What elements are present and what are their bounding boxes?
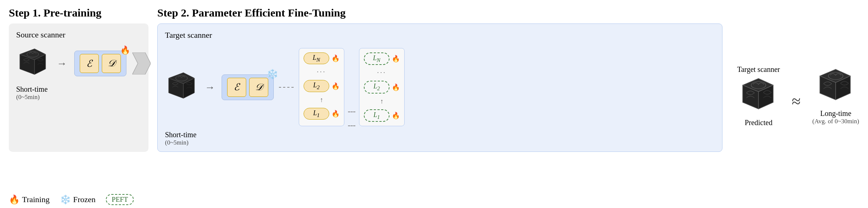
approx-sign: ≈ xyxy=(792,92,800,111)
right-scanner-label: Target scanner xyxy=(737,65,780,74)
step2-snowflake-icon: ❄️ xyxy=(266,69,278,80)
fire-L1-col2: 🔥 xyxy=(392,112,400,120)
longtime-brain-cube xyxy=(815,67,856,107)
step1-content: → ℰ 𝒟 🔥 xyxy=(16,47,151,80)
step1-short-time: Short-time xyxy=(16,85,48,94)
fire-LN-col2: 🔥 xyxy=(392,55,400,63)
between-col-arrows xyxy=(348,48,355,127)
step2-encoder-decoder: ℰ 𝒟 ❄️ xyxy=(222,74,274,100)
layers-col2: LN 🔥 ··· L2 🔥 ↑ L1 🔥 xyxy=(359,48,405,127)
step2-layers-group: LN 🔥 ··· L2 🔥 ↑ L1 🔥 xyxy=(299,48,405,127)
legend-training-label: Training xyxy=(22,195,50,204)
source-brain-cube xyxy=(16,47,49,80)
legend-training: 🔥 Training xyxy=(9,194,50,205)
longtime-sub: (Avg. of 0~30min) xyxy=(813,118,859,125)
encoder-box: ℰ xyxy=(80,54,99,73)
step1-bottom-label: Short-time (0~5min) xyxy=(16,85,48,101)
layer-L2-label-col1: L2 xyxy=(304,80,329,92)
predicted-cube-svg xyxy=(738,76,779,116)
step1-fire-icon: 🔥 xyxy=(120,45,130,55)
legend-frozen-label: Frozen xyxy=(73,195,96,204)
layer-L1-label-col2: L1 xyxy=(364,109,390,122)
legend: 🔥 Training ❄️ Frozen PEFT xyxy=(0,194,868,208)
decoder-box: 𝒟 xyxy=(102,54,121,73)
step2-inner: → ℰ 𝒟 ❄️ LN xyxy=(165,47,715,127)
step2-decoder: 𝒟 xyxy=(249,78,268,97)
step2-bottom-label: Short-time (0~5min) xyxy=(165,131,715,146)
legend-peft: PEFT xyxy=(106,194,134,205)
predicted-brain-cube xyxy=(738,76,779,116)
layer-L1-col1: L1 🔥 xyxy=(304,108,340,120)
main-container: Step 1. Pre-training Source scanner xyxy=(0,0,868,190)
step2-time-range: (0~5min) xyxy=(165,139,715,146)
step1-section: Step 1. Pre-training Source scanner xyxy=(9,7,148,185)
dashed-connector xyxy=(279,87,294,88)
step2-arrow1: → xyxy=(205,81,215,93)
step1-time-range: (0~5min) xyxy=(16,94,48,101)
step1-chevron xyxy=(132,52,151,74)
layer-L1-col2: L1 🔥 xyxy=(364,109,400,122)
encoder-decoder-box: ℰ 𝒟 xyxy=(74,51,126,76)
layer-LN-label-col2: LN xyxy=(364,52,390,65)
step2-title: Step 2. Parameter Efficient Fine-Tuning xyxy=(157,7,722,19)
target-cube-svg xyxy=(165,71,198,104)
dashed-horiz-mid xyxy=(348,125,355,126)
step2-enc-dec-box: ℰ 𝒟 xyxy=(222,74,274,100)
step2-section: Step 2. Parameter Efficient Fine-Tuning … xyxy=(157,7,722,185)
step1-box: Source scanner xyxy=(9,23,148,152)
fire-LN-col1: 🔥 xyxy=(331,54,340,62)
layer-L2-col1: L2 🔥 xyxy=(304,80,340,92)
layer-LN-col2: LN 🔥 xyxy=(364,52,400,65)
legend-fire-icon: 🔥 xyxy=(9,194,20,205)
longtime-cube-svg xyxy=(815,67,856,107)
step1-title: Step 1. Pre-training xyxy=(9,7,148,19)
step2-encoder: ℰ xyxy=(227,78,246,97)
up-arrow-col2: ↑ xyxy=(380,97,384,106)
up-arrow-col1: ↑ xyxy=(320,95,323,105)
legend-frozen: ❄️ Frozen xyxy=(60,194,96,205)
step1-scanner-label: Source scanner xyxy=(16,30,65,40)
legend-snowflake-icon: ❄️ xyxy=(60,194,71,205)
step2-box: Target scanner xyxy=(157,23,722,152)
longtime-label: Long-time xyxy=(820,109,851,118)
layer-L2-col2: L2 🔥 xyxy=(364,81,400,94)
fire-L2-col1: 🔥 xyxy=(331,82,340,90)
predicted-box: Target scanner Predicted xyxy=(737,65,780,127)
fire-L2-col2: 🔥 xyxy=(392,83,400,91)
layers-col1: LN 🔥 ··· L2 🔥 ↑ L1 🔥 xyxy=(299,48,344,127)
brain-cube-svg xyxy=(16,47,49,80)
fire-L1-col1: 🔥 xyxy=(331,110,340,118)
right-section: Target scanner Predicted ≈ xyxy=(731,7,859,185)
predicted-label: Predicted xyxy=(745,118,772,127)
dots-col2: ··· xyxy=(377,68,387,77)
dashed-horiz-top xyxy=(348,112,355,112)
dots-col1: ··· xyxy=(317,67,326,77)
step2-scanner-label: Target scanner xyxy=(165,30,715,40)
layer-LN-col1: LN 🔥 xyxy=(304,52,340,65)
step1-arrow: → xyxy=(57,58,67,69)
longtime-box: Long-time (Avg. of 0~30min) xyxy=(813,67,859,125)
legend-peft-badge: PEFT xyxy=(106,194,134,205)
layer-LN-label-col1: LN xyxy=(304,52,329,65)
target-brain-cube xyxy=(165,71,198,104)
layer-L1-label-col1: L1 xyxy=(304,108,329,120)
svg-marker-5 xyxy=(132,52,151,74)
layer-L2-label-col2: L2 xyxy=(364,81,390,94)
step2-short-time: Short-time xyxy=(165,131,715,139)
encoder-decoder-wrapper: ℰ 𝒟 🔥 xyxy=(74,51,126,76)
